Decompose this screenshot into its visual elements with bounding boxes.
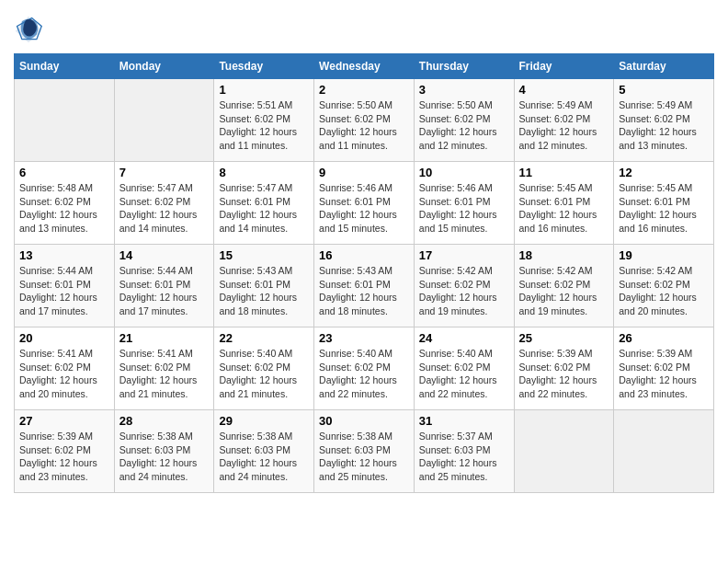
calendar-cell: 16Sunrise: 5:43 AM Sunset: 6:01 PM Dayli…: [314, 245, 415, 327]
day-info: Sunrise: 5:40 AM Sunset: 6:02 PM Dayligh…: [419, 347, 509, 401]
day-number: 7: [119, 166, 210, 179]
calendar-cell: 5Sunrise: 5:49 AM Sunset: 6:02 PM Daylig…: [614, 79, 714, 162]
calendar-week-row: 13Sunrise: 5:44 AM Sunset: 6:01 PM Dayli…: [15, 245, 714, 327]
day-number: 8: [219, 166, 309, 179]
calendar-week-row: 27Sunrise: 5:39 AM Sunset: 6:02 PM Dayli…: [15, 410, 714, 493]
calendar-cell: 12Sunrise: 5:45 AM Sunset: 6:01 PM Dayli…: [614, 162, 714, 245]
day-info: Sunrise: 5:46 AM Sunset: 6:01 PM Dayligh…: [319, 181, 409, 236]
calendar-cell: 1Sunrise: 5:51 AM Sunset: 6:02 PM Daylig…: [214, 79, 314, 162]
logo-icon: [14, 15, 43, 44]
calendar-cell: [614, 410, 714, 493]
day-info: Sunrise: 5:39 AM Sunset: 6:02 PM Dayligh…: [19, 430, 109, 484]
day-number: 16: [319, 248, 409, 262]
calendar-cell: [15, 79, 115, 162]
day-info: Sunrise: 5:38 AM Sunset: 6:03 PM Dayligh…: [219, 430, 309, 484]
day-number: 28: [119, 414, 210, 428]
calendar-cell: 2Sunrise: 5:50 AM Sunset: 6:02 PM Daylig…: [314, 79, 415, 162]
day-info: Sunrise: 5:37 AM Sunset: 6:03 PM Dayligh…: [419, 430, 509, 484]
calendar-cell: 13Sunrise: 5:44 AM Sunset: 6:01 PM Dayli…: [15, 245, 115, 327]
calendar-cell: 17Sunrise: 5:42 AM Sunset: 6:02 PM Dayli…: [414, 245, 514, 327]
day-info: Sunrise: 5:40 AM Sunset: 6:02 PM Dayligh…: [319, 347, 409, 401]
calendar-cell: 11Sunrise: 5:45 AM Sunset: 6:01 PM Dayli…: [514, 162, 614, 245]
day-info: Sunrise: 5:40 AM Sunset: 6:02 PM Dayligh…: [219, 347, 309, 401]
weekday-header: Sunday: [15, 54, 115, 79]
calendar-cell: 4Sunrise: 5:49 AM Sunset: 6:02 PM Daylig…: [514, 79, 614, 162]
calendar-cell: 21Sunrise: 5:41 AM Sunset: 6:02 PM Dayli…: [114, 327, 214, 410]
weekday-header: Thursday: [414, 54, 514, 79]
day-number: 21: [119, 331, 210, 345]
calendar-cell: 24Sunrise: 5:40 AM Sunset: 6:02 PM Dayli…: [414, 327, 514, 410]
day-number: 27: [19, 414, 109, 428]
day-number: 1: [219, 83, 309, 97]
calendar-cell: 6Sunrise: 5:48 AM Sunset: 6:02 PM Daylig…: [15, 162, 115, 245]
day-info: Sunrise: 5:44 AM Sunset: 6:01 PM Dayligh…: [119, 264, 210, 318]
calendar-table: SundayMondayTuesdayWednesdayThursdayFrid…: [14, 53, 714, 493]
day-number: 26: [619, 331, 709, 345]
day-info: Sunrise: 5:50 AM Sunset: 6:02 PM Dayligh…: [419, 98, 509, 153]
calendar-cell: 23Sunrise: 5:40 AM Sunset: 6:02 PM Dayli…: [314, 327, 415, 410]
day-number: 9: [319, 166, 409, 179]
day-info: Sunrise: 5:38 AM Sunset: 6:03 PM Dayligh…: [319, 430, 409, 484]
day-number: 31: [419, 414, 509, 428]
day-info: Sunrise: 5:39 AM Sunset: 6:02 PM Dayligh…: [619, 347, 709, 401]
logo: [14, 18, 47, 44]
day-info: Sunrise: 5:51 AM Sunset: 6:02 PM Dayligh…: [219, 98, 309, 153]
weekday-header: Friday: [514, 54, 614, 79]
day-info: Sunrise: 5:45 AM Sunset: 6:01 PM Dayligh…: [619, 181, 709, 236]
day-number: 3: [419, 83, 509, 97]
calendar-cell: [114, 79, 214, 162]
calendar-cell: 8Sunrise: 5:47 AM Sunset: 6:01 PM Daylig…: [214, 162, 314, 245]
day-number: 14: [119, 248, 210, 262]
day-number: 5: [619, 83, 709, 97]
day-number: 19: [619, 248, 709, 262]
calendar-cell: 30Sunrise: 5:38 AM Sunset: 6:03 PM Dayli…: [314, 410, 415, 493]
day-info: Sunrise: 5:42 AM Sunset: 6:02 PM Dayligh…: [419, 264, 509, 318]
calendar-cell: 3Sunrise: 5:50 AM Sunset: 6:02 PM Daylig…: [414, 79, 514, 162]
calendar-cell: 9Sunrise: 5:46 AM Sunset: 6:01 PM Daylig…: [314, 162, 415, 245]
day-info: Sunrise: 5:46 AM Sunset: 6:01 PM Dayligh…: [419, 181, 509, 236]
day-number: 11: [519, 166, 609, 179]
day-number: 10: [419, 166, 509, 179]
calendar-cell: 29Sunrise: 5:38 AM Sunset: 6:03 PM Dayli…: [214, 410, 314, 493]
calendar-cell: 26Sunrise: 5:39 AM Sunset: 6:02 PM Dayli…: [614, 327, 714, 410]
day-number: 6: [19, 166, 109, 179]
calendar-cell: 27Sunrise: 5:39 AM Sunset: 6:02 PM Dayli…: [15, 410, 115, 493]
calendar-body: 1Sunrise: 5:51 AM Sunset: 6:02 PM Daylig…: [15, 79, 714, 493]
day-number: 20: [19, 331, 109, 345]
day-number: 4: [519, 83, 609, 97]
day-number: 29: [219, 414, 309, 428]
day-info: Sunrise: 5:44 AM Sunset: 6:01 PM Dayligh…: [19, 264, 109, 318]
calendar-week-row: 20Sunrise: 5:41 AM Sunset: 6:02 PM Dayli…: [15, 327, 714, 410]
calendar-cell: 15Sunrise: 5:43 AM Sunset: 6:01 PM Dayli…: [214, 245, 314, 327]
day-info: Sunrise: 5:45 AM Sunset: 6:01 PM Dayligh…: [519, 181, 609, 236]
calendar-cell: 31Sunrise: 5:37 AM Sunset: 6:03 PM Dayli…: [414, 410, 514, 493]
day-number: 25: [519, 331, 609, 345]
calendar-week-row: 6Sunrise: 5:48 AM Sunset: 6:02 PM Daylig…: [15, 162, 714, 245]
day-info: Sunrise: 5:38 AM Sunset: 6:03 PM Dayligh…: [119, 430, 210, 484]
day-info: Sunrise: 5:39 AM Sunset: 6:02 PM Dayligh…: [519, 347, 609, 401]
weekday-header: Wednesday: [314, 54, 415, 79]
calendar-cell: 18Sunrise: 5:42 AM Sunset: 6:02 PM Dayli…: [514, 245, 614, 327]
day-number: 12: [619, 166, 709, 179]
weekday-header: Saturday: [614, 54, 714, 79]
day-info: Sunrise: 5:43 AM Sunset: 6:01 PM Dayligh…: [219, 264, 309, 318]
day-number: 15: [219, 248, 309, 262]
weekday-header: Monday: [114, 54, 214, 79]
day-number: 23: [319, 331, 409, 345]
page-header: [14, 14, 714, 44]
day-info: Sunrise: 5:41 AM Sunset: 6:02 PM Dayligh…: [119, 347, 210, 401]
day-number: 17: [419, 248, 509, 262]
day-number: 18: [519, 248, 609, 262]
calendar-cell: 25Sunrise: 5:39 AM Sunset: 6:02 PM Dayli…: [514, 327, 614, 410]
day-info: Sunrise: 5:48 AM Sunset: 6:02 PM Dayligh…: [19, 181, 109, 236]
day-info: Sunrise: 5:47 AM Sunset: 6:01 PM Dayligh…: [219, 181, 309, 236]
day-info: Sunrise: 5:50 AM Sunset: 6:02 PM Dayligh…: [319, 98, 409, 153]
day-info: Sunrise: 5:41 AM Sunset: 6:02 PM Dayligh…: [19, 347, 109, 401]
day-number: 13: [19, 248, 109, 262]
calendar-cell: 19Sunrise: 5:42 AM Sunset: 6:02 PM Dayli…: [614, 245, 714, 327]
day-number: 2: [319, 83, 409, 97]
day-info: Sunrise: 5:49 AM Sunset: 6:02 PM Dayligh…: [519, 98, 609, 153]
day-info: Sunrise: 5:43 AM Sunset: 6:01 PM Dayligh…: [319, 264, 409, 318]
weekday-header-row: SundayMondayTuesdayWednesdayThursdayFrid…: [15, 54, 714, 79]
calendar-cell: 14Sunrise: 5:44 AM Sunset: 6:01 PM Dayli…: [114, 245, 214, 327]
